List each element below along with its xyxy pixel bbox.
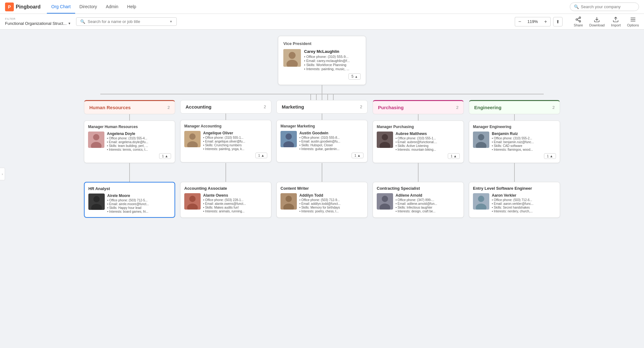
manager-card-marketing[interactable]: Manager Marketing Austin Goodwin • Offic…: [276, 120, 368, 162]
import-label: Import: [611, 23, 621, 27]
svg-point-14: [93, 134, 99, 140]
svg-point-38: [382, 196, 388, 202]
share-label: Share: [574, 23, 583, 27]
vp-email: • Email: carey.mclaughlin@f...: [304, 59, 361, 63]
manager-card-purchasing[interactable]: Manager Purchasing Aubree Matthews • Off…: [373, 121, 464, 163]
toolbar-right: Share Download Import Options: [574, 16, 639, 27]
vp-details: Carey McLaughlin • Office phone: (310) 5…: [304, 49, 361, 71]
import-button[interactable]: Import: [611, 16, 621, 27]
manager-name-purchasing: Aubree Matthews: [396, 132, 437, 136]
manager-title-engineering: Manager Engineering: [473, 125, 556, 129]
nav-links: Org Chart Directory Admin Help: [47, 0, 141, 14]
zoom-out-button[interactable]: −: [515, 17, 524, 26]
report-card-purchasing[interactable]: Contracting Specialist Adilene Arnold • …: [373, 182, 464, 218]
vp-skills: • Skills: Workforce Planning: [304, 63, 361, 67]
nav-admin[interactable]: Admin: [102, 0, 123, 14]
dept-name-marketing: Marketing: [282, 104, 304, 109]
manager-name-engineering: Benjamin Ruiz: [492, 132, 534, 136]
vp-card[interactable]: Vice President Carey McLaughlin • Office…: [278, 36, 366, 85]
nav-help[interactable]: Help: [123, 0, 141, 14]
dept-card-purchasing[interactable]: Purchasing 2: [373, 100, 464, 114]
manager-name-marketing: Austin Goodwin: [299, 131, 340, 135]
manager-card-accounting[interactable]: Manager Accounting Angelique Oliver • Of…: [180, 120, 271, 162]
reports-row: HR Analyst Airele Moore • Office phone: …: [84, 182, 560, 218]
nav-org-chart[interactable]: Org Chart: [47, 0, 75, 14]
report-name-engineering: Aaron Verkler: [492, 193, 534, 198]
manager-expand-hr[interactable]: 1▲: [159, 153, 171, 159]
manager-expand-purchasing[interactable]: 1▲: [448, 153, 460, 159]
dept-name-hr: Human Resources: [89, 105, 131, 110]
main-content: Vice President Carey McLaughlin • Office…: [0, 30, 644, 348]
svg-point-0: [579, 17, 581, 18]
manager-title-hr: Manager Human Resources: [88, 125, 171, 129]
search-icon: 🔍: [574, 4, 579, 9]
zoom-display: 119%: [524, 17, 541, 26]
sidebar-toggle[interactable]: ›: [0, 168, 5, 180]
report-name-marketing: Addilyn Todd: [299, 193, 341, 198]
h-connector-top: [100, 94, 544, 94]
manager-avatar-marketing: [280, 131, 297, 147]
report-name-accounting: Alante Owens: [203, 193, 246, 198]
manager-title-purchasing: Manager Purchasing: [377, 125, 460, 129]
zoom-in-button[interactable]: +: [541, 17, 551, 26]
dept-count-engineering: 2: [552, 105, 555, 110]
manager-card-engineering[interactable]: Manager Engineering Benjamin Ruiz • Offi…: [469, 121, 560, 163]
dept-name-accounting: Accounting: [186, 104, 212, 109]
manager-phone-hr: • Office phone: (310) 555-4...: [107, 137, 148, 140]
manager-title-marketing: Manager Marketing: [280, 124, 364, 128]
chevron-up-icon: ▲: [355, 75, 358, 78]
report-avatar-accounting: [184, 193, 201, 210]
report-card-accounting[interactable]: Accounting Associate Alante Owens • Offi…: [180, 182, 271, 218]
report-card-engineering[interactable]: Entry Level Software Engineer Aaron Verk…: [469, 182, 560, 218]
dept-group-accounting: Accounting 2 Manager Accounting: [180, 100, 271, 163]
manager-avatar-accounting: [184, 131, 201, 147]
dept-card-accounting[interactable]: Accounting 2: [180, 100, 271, 114]
report-title-engineering: Entry Level Software Engineer: [473, 186, 556, 191]
search-box-input[interactable]: [88, 19, 167, 24]
report-title-hr: HR Analyst: [88, 186, 171, 191]
dept-count-marketing: 2: [360, 104, 362, 109]
search-box[interactable]: 🔍 ▼: [76, 17, 177, 26]
manager-card-hr[interactable]: Manager Human Resources Angelena Doyle •: [84, 121, 175, 163]
nav-directory[interactable]: Directory: [75, 0, 102, 14]
manager-expand-accounting[interactable]: 1▲: [255, 153, 267, 158]
options-button[interactable]: Options: [627, 16, 639, 27]
download-icon: [594, 16, 600, 23]
svg-point-41: [478, 196, 484, 202]
logo[interactable]: P Pingboard: [5, 3, 41, 11]
dept-card-marketing[interactable]: Marketing 2: [276, 100, 368, 114]
report-avatar-purchasing: [377, 193, 393, 210]
svg-point-26: [478, 134, 484, 140]
chevron-down-icon: ▼: [68, 22, 71, 25]
filter-value: Functional Organizational Struct...: [5, 21, 67, 26]
filter-bar: FILTER Functional Organizational Struct.…: [0, 14, 644, 30]
dept-count-hr: 2: [168, 105, 170, 110]
manager-avatar-hr: [88, 132, 104, 148]
manager-interests-hr: • Interests: tennis, comics, t...: [107, 148, 148, 151]
report-card-hr[interactable]: HR Analyst Airele Moore • Office phone: …: [84, 182, 175, 218]
svg-point-2: [579, 20, 581, 22]
manager-expand-marketing[interactable]: 1▲: [352, 153, 364, 158]
dept-card-hr[interactable]: Human Resources 2: [84, 100, 175, 114]
report-card-marketing[interactable]: Content Writer Addilyn Todd • Office pho…: [276, 182, 368, 218]
connector-v-vp: [322, 85, 322, 94]
filter-select[interactable]: Functional Organizational Struct... ▼: [5, 21, 71, 26]
reset-zoom-button[interactable]: ⬆: [553, 17, 563, 26]
download-button[interactable]: Download: [589, 16, 605, 27]
import-icon: [613, 16, 619, 23]
share-button[interactable]: Share: [574, 16, 583, 27]
org-chart: Vice President Carey McLaughlin • Office…: [6, 36, 638, 218]
svg-point-23: [382, 134, 388, 140]
manager-avatar-engineering: [473, 132, 489, 148]
dept-group-purchasing: Purchasing 2 Manager Purchasing: [373, 100, 464, 163]
manager-expand-engineering[interactable]: 1▲: [544, 153, 556, 159]
vp-expand-button[interactable]: 5 ▲: [348, 73, 361, 80]
dept-count-accounting: 2: [264, 104, 266, 109]
departments-row: Human Resources 2 Manager Human Resource…: [84, 100, 560, 163]
vp-title: Vice President: [283, 41, 361, 46]
company-search-input[interactable]: [581, 4, 635, 9]
manager-avatar-purchasing: [377, 132, 393, 148]
dept-card-engineering[interactable]: Engineering 2: [469, 100, 560, 114]
company-search[interactable]: 🔍: [570, 3, 639, 11]
manager-title-accounting: Manager Accounting: [184, 124, 267, 128]
